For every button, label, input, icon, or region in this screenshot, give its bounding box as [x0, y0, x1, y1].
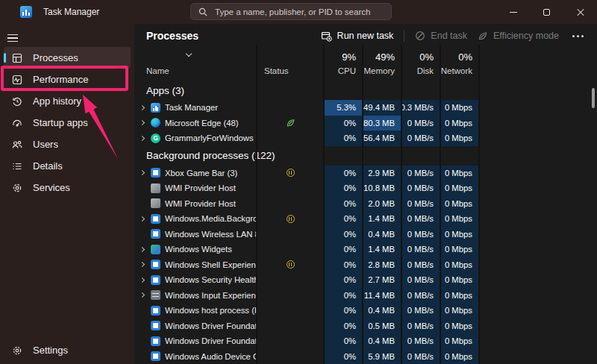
- column-header-disk[interactable]: 0% Disk: [401, 45, 440, 81]
- column-header-memory[interactable]: 49% Memory: [362, 45, 401, 81]
- table-row[interactable]: Microsoft Edge (48) 0% 1,380.3 MB 0 MB/s…: [134, 116, 597, 131]
- expand-chevron-icon[interactable]: [140, 292, 145, 298]
- efficiency-mode-button[interactable]: Efficiency mode: [478, 31, 559, 41]
- expand-chevron-icon[interactable]: [140, 120, 145, 125]
- table-row[interactable]: Windows Security Health Servi... 0% 2.7 …: [134, 272, 597, 288]
- expand-chevron-icon[interactable]: [140, 277, 145, 283]
- column-header-name[interactable]: Name: [134, 45, 256, 81]
- sidebar-item-label: Performance: [33, 74, 88, 85]
- expand-chevron-icon[interactable]: [140, 170, 145, 175]
- close-button[interactable]: [563, 0, 597, 24]
- cell-disk: 0 MB/s: [401, 181, 440, 196]
- table-row[interactable]: WMI Provider Host 0% 2.0 MB 0 MB/s 0 Mbp…: [134, 196, 597, 212]
- table-row[interactable]: Windows Shell Experience Hos... 0% 2.8 M…: [134, 257, 597, 273]
- keyboard-icon: [151, 290, 160, 300]
- sidebar-item-app-history[interactable]: App history: [4, 90, 131, 112]
- column-header-cpu[interactable]: 9% CPU: [323, 45, 362, 81]
- table-row[interactable]: WMI Provider Host 0% 10.8 MB 0 MB/s 0 Mb…: [134, 181, 597, 196]
- table-row[interactable]: Windows.Media.BackgroundPl... 0% 1.4 MB …: [134, 211, 597, 227]
- cell-memory: 2.8 MB: [362, 257, 401, 273]
- column-header-network[interactable]: 0% Network: [440, 45, 478, 81]
- end-task-button[interactable]: End task: [415, 31, 467, 41]
- table-row[interactable]: GrammarlyForWindows (32 bi... 0% 156.4 M…: [134, 131, 597, 146]
- cpu-total-usage: 9%: [342, 51, 356, 63]
- cell-cpu: 0%: [323, 181, 362, 196]
- sidebar-item-startup-apps[interactable]: Startup apps: [4, 112, 131, 134]
- maximize-button[interactable]: [530, 0, 563, 24]
- close-icon: [577, 8, 584, 16]
- toolbar: Run new task End task Efficiency mode: [321, 28, 587, 44]
- efficiency-mode-leaf-icon: [478, 31, 488, 41]
- gear-icon: [11, 345, 23, 357]
- name-cell: Windows Driver Foundation - ...: [134, 318, 256, 334]
- run-new-task-button[interactable]: Run new task: [321, 31, 394, 42]
- system-icon: [151, 183, 160, 193]
- table-row[interactable]: Windows host process (Rundll... 0% 0.4 M…: [134, 303, 597, 318]
- grammarly-icon: [151, 134, 160, 143]
- cell-network: 0 Mbps: [440, 257, 478, 273]
- widgets-icon: [151, 245, 160, 254]
- more-options-button[interactable]: [569, 35, 587, 37]
- window-icon: [151, 214, 160, 224]
- table-row[interactable]: Windows Audio Device Graph... 0% 5.9 MB …: [134, 349, 597, 364]
- process-name: Windows host process (Rundll...: [165, 306, 256, 315]
- cell-cpu: 0%: [323, 333, 362, 349]
- sidebar-item-label: Services: [33, 182, 70, 193]
- name-cell: Windows Input Experience: [134, 288, 256, 304]
- expand-chevron-icon[interactable]: [140, 216, 145, 222]
- table-row[interactable]: Windows Driver Foundation - ... 0% 0.5 M…: [134, 318, 597, 334]
- cell-network: 0 Mbps: [440, 166, 478, 181]
- row-spacer: [478, 196, 597, 212]
- column-header-status[interactable]: Status: [256, 45, 323, 81]
- expand-chevron-icon[interactable]: [140, 105, 145, 110]
- table-row[interactable]: Windows Input Experience 0% 11.4 MB 0 MB…: [134, 288, 597, 304]
- table-row[interactable]: Windows Driver Foundation - ... 0% 0.4 M…: [134, 333, 597, 349]
- table-row[interactable]: Windows Widgets 0% 1.4 MB 0 MB/s 0 Mbps: [134, 242, 597, 257]
- sidebar-item-users[interactable]: Users: [4, 134, 131, 155]
- table-row[interactable]: Xbox Game Bar (3) 0% 2.9 MB 0 MB/s 0 Mbp…: [134, 166, 597, 181]
- expand-chevron-icon[interactable]: [140, 136, 145, 141]
- column-label: Network: [441, 66, 472, 75]
- expand-chevron-icon[interactable]: [140, 262, 145, 267]
- menu-toggle-button[interactable]: [7, 31, 25, 45]
- name-cell: Microsoft Edge (48): [134, 116, 256, 131]
- expand-chevron-icon[interactable]: [140, 247, 145, 252]
- process-name: Windows Driver Foundation - ...: [165, 321, 256, 330]
- window-icon: [151, 260, 160, 269]
- status-cell: [256, 196, 323, 212]
- process-name: WMI Provider Host: [165, 199, 236, 208]
- table-row[interactable]: Windows Wireless LAN 802.1... 0% 0.4 MB …: [134, 227, 597, 242]
- page-header: Processes Run new task End task: [134, 24, 597, 45]
- row-spacer: [478, 303, 597, 318]
- cell-cpu: 0%: [323, 116, 362, 131]
- sidebar: Processes Performance App history Startu…: [0, 24, 134, 364]
- sidebar-item-settings[interactable]: Settings: [4, 339, 131, 361]
- sidebar-item-processes[interactable]: Processes: [4, 47, 131, 69]
- app-history-icon: [11, 95, 23, 107]
- status-cell: [256, 333, 323, 349]
- name-cell: Windows Security Health Servi...: [134, 272, 256, 288]
- sidebar-item-label: Settings: [33, 345, 68, 356]
- table-row[interactable]: Task Manager 5.3% 49.4 MB 0.3 MB/s 0 Mbp…: [134, 100, 597, 116]
- name-cell: Windows.Media.BackgroundPl...: [134, 211, 256, 227]
- cell-network: 0 Mbps: [440, 288, 478, 304]
- sidebar-item-details[interactable]: Details: [4, 155, 131, 177]
- row-spacer: [478, 181, 597, 196]
- sidebar-item-performance[interactable]: Performance: [4, 69, 131, 90]
- vertical-scrollbar-thumb[interactable]: [592, 88, 595, 108]
- search-input[interactable]: Type a name, publisher, or PID to search: [190, 3, 392, 20]
- process-name: Windows.Media.BackgroundPl...: [165, 214, 256, 223]
- cell-memory: 1.4 MB: [362, 242, 401, 257]
- cell-network: 0 Mbps: [440, 116, 478, 131]
- sidebar-item-services[interactable]: Services: [4, 177, 131, 198]
- minimize-button[interactable]: [496, 0, 530, 24]
- name-cell: Windows Wireless LAN 802.1...: [134, 227, 256, 242]
- window-title: Task Manager: [43, 7, 99, 17]
- cell-cpu: 0%: [323, 227, 362, 242]
- cell-network: 0 Mbps: [440, 227, 478, 242]
- edge-icon: [151, 118, 160, 128]
- row-spacer: [478, 242, 597, 257]
- row-spacer: [478, 288, 597, 304]
- status-cell: [256, 181, 323, 196]
- name-cell: Windows host process (Rundll...: [134, 303, 256, 318]
